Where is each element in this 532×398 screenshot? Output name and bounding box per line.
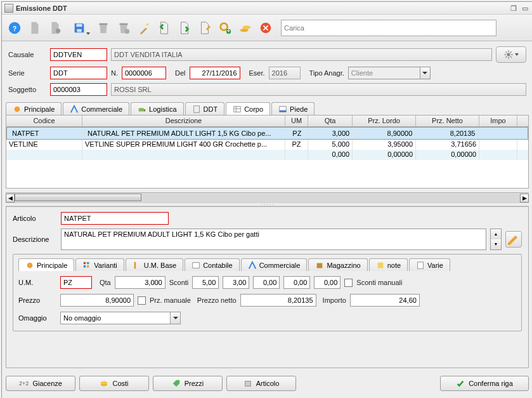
tab-ddt[interactable]: DDT: [185, 102, 225, 115]
descrizione-label: Descrizione: [13, 235, 57, 243]
tipoanagr-select[interactable]: Cliente: [348, 67, 431, 79]
causale-label: Causale: [8, 51, 46, 58]
svg-rect-39: [87, 265, 89, 268]
dtab-magazzino[interactable]: Magazzino: [308, 258, 367, 271]
save-icon[interactable]: [67, 19, 92, 37]
prezzo-netto-label: Prezzo netto: [197, 296, 237, 304]
window-title: Emissione DDT: [16, 4, 507, 12]
gear-button[interactable]: [496, 46, 526, 63]
dtab-principale[interactable]: Principale: [18, 258, 74, 271]
del-field[interactable]: [190, 67, 240, 79]
serie-field[interactable]: [50, 67, 107, 79]
trash2-icon[interactable]: [115, 19, 133, 37]
sconto4-field[interactable]: [283, 276, 310, 289]
soggetto-desc: [111, 83, 526, 96]
top-tabstrip: Principale Commerciale Logistica DDT Cor…: [2, 102, 532, 115]
prz-manuale-checkbox[interactable]: [138, 296, 146, 305]
articolo-button[interactable]: Articolo: [226, 376, 296, 391]
help-icon[interactable]: ?: [6, 19, 23, 37]
articolo-field[interactable]: [61, 212, 169, 225]
dtab-varie[interactable]: Varie: [409, 258, 450, 271]
numero-field[interactable]: [122, 67, 166, 79]
importo-field[interactable]: [350, 294, 420, 307]
um-label: U.M.: [18, 279, 56, 286]
giacenze-button[interactable]: 2+2Giacenze: [6, 376, 75, 391]
trash-icon[interactable]: [94, 19, 112, 37]
dtab-commerciale[interactable]: Commerciale: [241, 258, 308, 271]
dtab-contabile[interactable]: Contabile: [185, 258, 239, 271]
articolo-label: Articolo: [13, 215, 57, 222]
sconto1-field[interactable]: [192, 276, 219, 289]
wand-icon[interactable]: [135, 19, 153, 37]
causale-desc: [111, 48, 492, 61]
table-row[interactable]: NATPET NATURAL PET PREMIUM ADULT LIGHT 1…: [6, 127, 528, 140]
um-field[interactable]: [60, 276, 92, 289]
dtab-note[interactable]: note: [369, 258, 408, 271]
svg-point-26: [15, 106, 20, 112]
svg-rect-8: [140, 27, 147, 34]
costi-button[interactable]: Costi: [79, 376, 149, 391]
edit-icon[interactable]: [196, 19, 214, 37]
descrizione-spinner[interactable]: ▲▼: [490, 229, 502, 250]
svg-point-46: [101, 381, 108, 385]
grid-panel: Codice Descrizione UM Qta Prz. Lordo Prz…: [6, 115, 529, 189]
tab-corpo[interactable]: Corpo: [226, 102, 270, 115]
svg-rect-34: [280, 110, 287, 112]
sconto2-field[interactable]: [223, 276, 249, 289]
search-add-icon[interactable]: +: [216, 19, 234, 37]
svg-point-7: [125, 29, 129, 33]
svg-rect-38: [84, 265, 86, 268]
grid-body[interactable]: NATPET NATURAL PET PREMIUM ADULT LIGHT 1…: [6, 127, 528, 188]
svg-rect-42: [317, 263, 323, 268]
svg-point-15: [242, 25, 250, 29]
descrizione-textarea[interactable]: NATURAL PET PREMIUM ADULT LIGHT 1,5 KG C…: [61, 229, 486, 250]
svg-point-2: [56, 28, 60, 32]
tab-principale[interactable]: Principale: [6, 102, 62, 115]
close-icon[interactable]: [257, 19, 275, 37]
conferma-riga-button[interactable]: Conferma riga: [440, 376, 529, 391]
tab-logistica[interactable]: Logistica: [131, 102, 183, 115]
causale-field[interactable]: [50, 48, 107, 61]
dtab-umbase[interactable]: U.M. Base: [126, 258, 183, 271]
scroll-right-icon[interactable]: ▶: [520, 194, 529, 202]
svg-rect-28: [144, 109, 146, 112]
svg-rect-47: [245, 381, 250, 387]
coins-icon[interactable]: [237, 19, 254, 37]
svg-rect-30: [234, 106, 241, 112]
tab-commerciale[interactable]: Commerciale: [63, 102, 129, 115]
prezzi-button[interactable]: Prezzi: [153, 376, 223, 391]
footer: 2+2Giacenze Costi Prezzi Articolo Confer…: [6, 372, 529, 395]
prezzo-netto-field[interactable]: [240, 294, 316, 307]
importo-label: Importo: [323, 296, 346, 304]
serie-label: Serie: [8, 69, 46, 77]
sconto5-field[interactable]: [314, 276, 341, 289]
svg-rect-4: [77, 29, 81, 32]
scroll-left-icon[interactable]: ◀: [6, 194, 15, 202]
edit-descrizione-button[interactable]: [505, 231, 522, 248]
grid-header: Codice Descrizione UM Qta Prz. Lordo Prz…: [6, 116, 528, 127]
sconto3-field[interactable]: [253, 276, 280, 289]
export-icon[interactable]: [176, 19, 193, 37]
open-icon[interactable]: [155, 19, 173, 37]
table-row[interactable]: VETLINE VETLINE SUPER PREMIUM LIGHT 400 …: [6, 140, 528, 150]
svg-text:+: +: [227, 27, 231, 34]
dtab-varianti[interactable]: Varianti: [75, 258, 124, 271]
new2-icon[interactable]: [46, 19, 64, 37]
table-row[interactable]: 0,000 0,00000 0,00000: [6, 150, 528, 160]
carica-input[interactable]: Carica: [281, 20, 496, 36]
svg-line-22: [505, 51, 507, 53]
tab-piede[interactable]: Piede: [271, 102, 315, 115]
window-icon: [4, 4, 13, 13]
grid-hscroll[interactable]: ◀ ▶: [6, 192, 529, 202]
new-icon[interactable]: [26, 19, 44, 37]
svg-rect-36: [84, 262, 86, 264]
window-restore-icon[interactable]: ❐: [509, 4, 519, 13]
omaggio-select[interactable]: No omaggio: [60, 312, 181, 324]
qta-field[interactable]: [115, 276, 165, 289]
window-maximize-icon[interactable]: ▭: [520, 4, 530, 13]
omaggio-label: Omaggio: [18, 314, 56, 322]
sconti-manuali-checkbox[interactable]: [344, 279, 353, 287]
soggetto-field[interactable]: [50, 83, 107, 96]
prezzo-field[interactable]: [60, 294, 134, 307]
svg-point-35: [27, 262, 33, 268]
